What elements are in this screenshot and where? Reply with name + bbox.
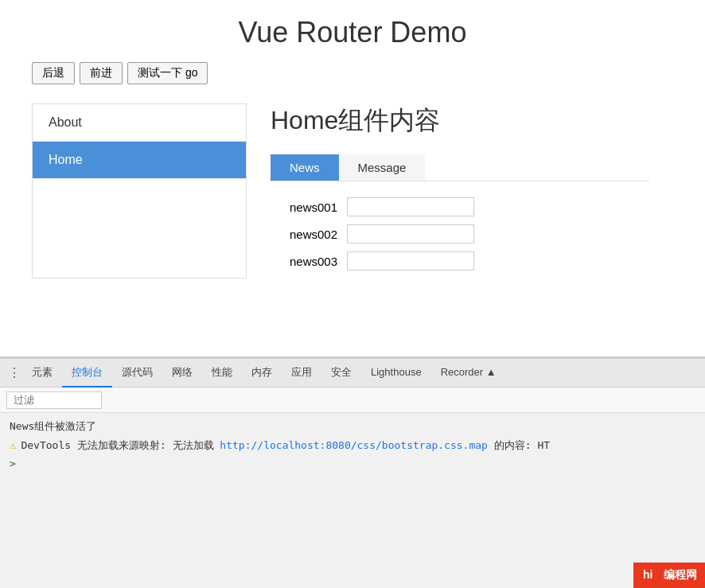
devtools-tab-recorder[interactable]: Recorder ▲ — [431, 360, 506, 386]
console-warning-text: DevTools 无法加载来源映射: 无法加载 http://localhost… — [21, 438, 550, 453]
nav-buttons: 后退 前进 测试一下 go — [32, 62, 673, 84]
list-item: news001 — [290, 197, 649, 216]
devtools-map-link[interactable]: http://localhost:8080/css/bootstrap.css.… — [220, 439, 488, 451]
news001-input[interactable] — [347, 197, 474, 216]
tab-bar: News Message — [271, 154, 649, 181]
brand-logo-icon: hi — [641, 565, 659, 582]
console-warning: ⚠ DevTools 无法加载来源映射: 无法加载 http://localho… — [10, 438, 695, 453]
component-title: Home组件内容 — [271, 103, 649, 138]
devtools-tab-lighthouse[interactable]: Lighthouse — [361, 360, 431, 386]
news002-input[interactable] — [347, 224, 474, 243]
devtools-tab-performance[interactable]: 性能 — [202, 359, 242, 387]
browser-content: Vue Router Demo 后退 前进 测试一下 go About Home… — [0, 0, 705, 358]
brand-text: 编程网 — [664, 568, 697, 582]
devtools-panel: ⋮ 元素 控制台 源代码 网络 性能 内存 应用 安全 Lighthouse R… — [0, 358, 705, 588]
page-title: Vue Router Demo — [32, 16, 673, 49]
router-area: About Home Home组件内容 News Message news001… — [32, 103, 673, 278]
devtools-tab-sources[interactable]: 源代码 — [112, 359, 162, 387]
svg-text:hi: hi — [643, 568, 652, 581]
sidebar-item-home[interactable]: Home — [33, 142, 246, 179]
devtools-tabs: ⋮ 元素 控制台 源代码 网络 性能 内存 应用 安全 Lighthouse R… — [0, 359, 705, 387]
sidebar: About Home — [32, 103, 247, 278]
console-output: News组件被激活了 ⚠ DevTools 无法加载来源映射: 无法加载 htt… — [0, 413, 705, 476]
news-list: news001 news002 news003 — [271, 197, 649, 271]
main-view: Home组件内容 News Message news001 news002 ne… — [247, 103, 673, 278]
console-message-1: News组件被激活了 — [10, 419, 695, 434]
devtools-tab-network[interactable]: 网络 — [162, 359, 202, 387]
devtools-nav-left[interactable]: ⋮ — [6, 359, 22, 387]
devtools-tab-application[interactable]: 应用 — [282, 359, 321, 387]
test-go-button[interactable]: 测试一下 go — [127, 62, 208, 84]
list-item: news002 — [290, 224, 649, 243]
devtools-tab-memory[interactable]: 内存 — [242, 359, 282, 387]
devtools-toolbar — [0, 387, 705, 413]
news003-input[interactable] — [347, 251, 474, 271]
tab-news[interactable]: News — [271, 154, 339, 181]
sidebar-item-about[interactable]: About — [33, 104, 246, 142]
brand-logo: hi — [641, 565, 659, 586]
tab-message[interactable]: Message — [339, 154, 426, 181]
warning-icon: ⚠ — [10, 438, 16, 451]
devtools-tab-console[interactable]: 控制台 — [62, 359, 112, 387]
console-prompt[interactable]: > — [10, 458, 695, 469]
back-button[interactable]: 后退 — [32, 62, 75, 84]
console-filter-input[interactable] — [6, 391, 102, 409]
forward-button[interactable]: 前进 — [80, 62, 123, 84]
devtools-tab-security[interactable]: 安全 — [321, 359, 361, 387]
brand-bar: hi 编程网 — [633, 563, 705, 588]
devtools-tab-elements[interactable]: 元素 — [22, 359, 62, 387]
list-item: news003 — [290, 251, 649, 271]
